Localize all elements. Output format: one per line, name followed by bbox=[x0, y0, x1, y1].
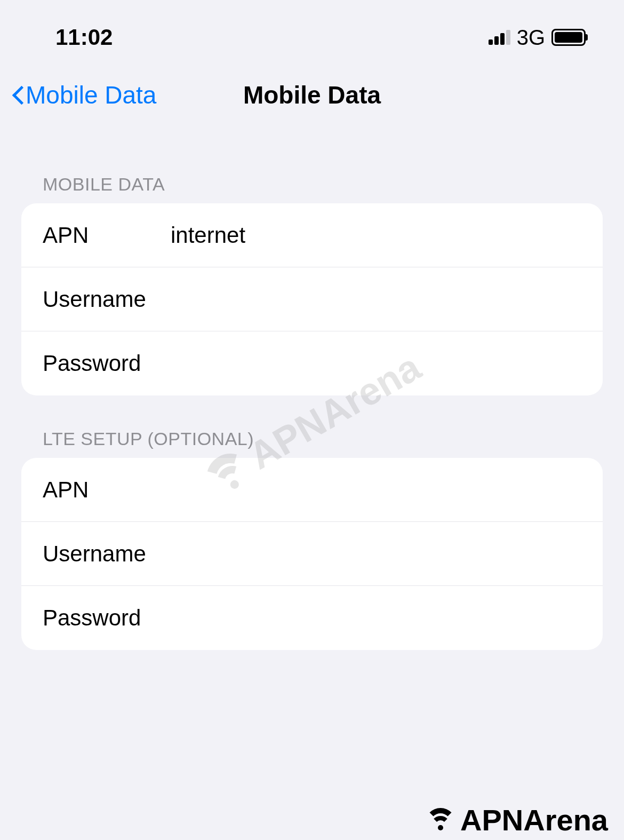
battery-icon bbox=[551, 29, 586, 46]
row-label: Username bbox=[43, 287, 171, 312]
section-header: LTE SETUP (OPTIONAL) bbox=[43, 429, 624, 449]
apn-input[interactable] bbox=[171, 477, 581, 503]
section-group: APN Username Password bbox=[21, 458, 603, 650]
watermark-text: APNArena bbox=[460, 803, 608, 837]
username-input[interactable] bbox=[171, 541, 581, 567]
row-label: Username bbox=[43, 541, 171, 567]
navigation-bar: Mobile Data Mobile Data bbox=[0, 53, 624, 123]
password-input[interactable] bbox=[171, 351, 581, 376]
section-header: MOBILE DATA bbox=[43, 174, 624, 195]
row-password[interactable]: Password bbox=[21, 331, 603, 395]
row-label: APN bbox=[43, 477, 171, 503]
wifi-icon bbox=[425, 808, 456, 833]
cellular-signal-icon bbox=[489, 30, 510, 45]
row-password[interactable]: Password bbox=[21, 586, 603, 650]
password-input[interactable] bbox=[171, 605, 581, 631]
back-button-label: Mobile Data bbox=[26, 81, 156, 109]
status-bar: 11:02 3G bbox=[0, 0, 624, 53]
back-button[interactable]: Mobile Data bbox=[11, 81, 156, 109]
section-lte-setup: LTE SETUP (OPTIONAL) APN Username Passwo… bbox=[0, 429, 624, 650]
row-label: Password bbox=[43, 605, 171, 631]
section-mobile-data: MOBILE DATA APN Username Password bbox=[0, 174, 624, 395]
section-group: APN Username Password bbox=[21, 203, 603, 395]
status-indicators: 3G bbox=[489, 26, 586, 50]
row-apn[interactable]: APN bbox=[21, 203, 603, 267]
network-type-label: 3G bbox=[517, 26, 545, 50]
row-username[interactable]: Username bbox=[21, 522, 603, 586]
row-label: Password bbox=[43, 351, 171, 376]
page-title: Mobile Data bbox=[243, 81, 381, 109]
chevron-left-icon bbox=[11, 85, 21, 105]
username-input[interactable] bbox=[171, 287, 581, 312]
row-apn[interactable]: APN bbox=[21, 458, 603, 522]
apn-input[interactable] bbox=[171, 223, 581, 248]
watermark-bottom: APNArena bbox=[425, 803, 608, 837]
row-label: APN bbox=[43, 223, 171, 248]
row-username[interactable]: Username bbox=[21, 267, 603, 331]
status-time: 11:02 bbox=[55, 25, 113, 50]
